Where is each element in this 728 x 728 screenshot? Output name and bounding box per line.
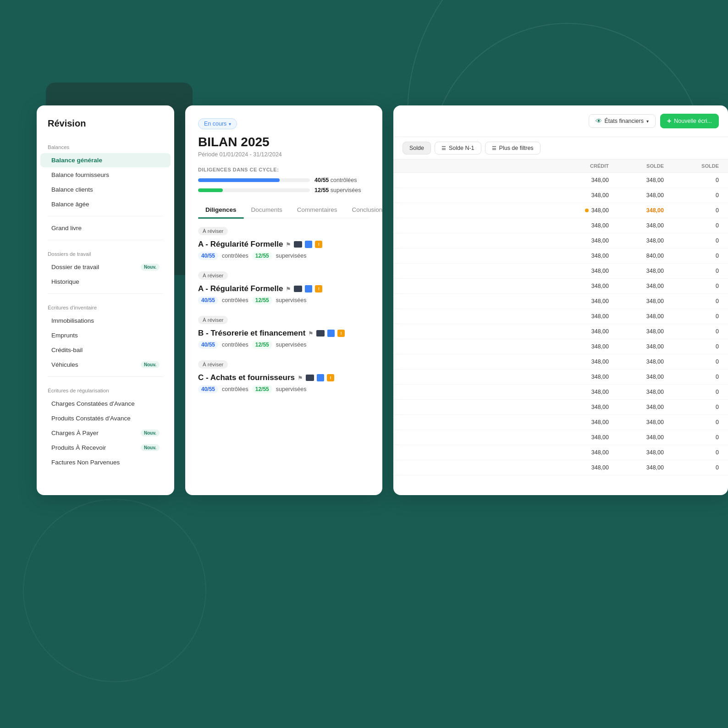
tab-commentaires[interactable]: Commentaires — [290, 202, 345, 218]
right-panel-header: 👁 États financiers ▾ + Nouvelle écri... — [393, 105, 728, 137]
progress-bar-supervised-fill — [198, 188, 223, 192]
progress-supervised-text: 12/55 supervisées — [314, 187, 370, 193]
diligence-item-1: À réviser A - Régularité Formelle ⚑ ! 40… — [198, 226, 370, 260]
progress-supervised-count: 12/55 — [314, 187, 329, 193]
sidebar-item-historique[interactable]: Historique — [40, 275, 171, 289]
tab-conclusions[interactable]: Conclusions — [345, 202, 382, 218]
count-green-2: 12/55 — [252, 296, 272, 304]
col-header-solde2: SOLDE — [664, 163, 719, 169]
diligence-title-row-4: C - Achats et fournisseurs ⚑ ! — [198, 373, 370, 382]
diligence-title-row-3: B - Trésorerie et financement ⚑ ! — [198, 329, 370, 338]
diligence-title-4: C - Achats et fournisseurs — [198, 373, 295, 382]
plus-filtres-label: Plus de filtres — [499, 145, 534, 151]
table-row: 348,00 348,00 0 — [393, 233, 728, 248]
bilan-period: Période 01/01/2024 - 31/12/2024 — [198, 151, 370, 158]
sidebar-item-immobilisations[interactable]: Immobilisations — [40, 314, 171, 328]
box-icon-2[interactable] — [294, 286, 302, 292]
plus-icon: + — [667, 117, 671, 125]
sidebar-item-charges-a-payer[interactable]: Charges À Payer Nouv. — [40, 426, 171, 440]
solde-filter-button[interactable]: Solde — [403, 142, 431, 154]
sidebar-divider-2 — [48, 240, 163, 240]
etats-financiers-button[interactable]: 👁 États financiers ▾ — [589, 114, 656, 128]
count-blue-2: 40/55 — [198, 296, 218, 304]
sidebar-item-balance-agee[interactable]: Balance âgée — [40, 197, 171, 211]
status-label: En cours — [204, 121, 226, 127]
sidebar-section-dossiers: Dossiers de travail — [37, 245, 174, 259]
sidebar-item-grand-livre[interactable]: Grand livre — [40, 221, 171, 235]
table-row: 348,00 348,00 0 — [393, 445, 728, 460]
bilan-title: BILAN 2025 — [198, 135, 370, 149]
filter-icon-n1: ☰ — [441, 145, 446, 151]
table-row: 348,00 348,00 0 — [393, 218, 728, 233]
pin-icon-3[interactable] — [327, 330, 335, 337]
diligence-item-2: À réviser A - Régularité Formelle ⚑ ! 40… — [198, 271, 370, 304]
sidebar-item-vehicules[interactable]: Véhicules Nouv. — [40, 358, 171, 372]
progress-row-controlled: 40/55 contrôlées — [198, 177, 370, 183]
diligence-item-4: À réviser C - Achats et fournisseurs ⚑ !… — [198, 360, 370, 393]
etats-financiers-label: États financiers — [605, 118, 644, 124]
badge-new-produits-recevoir: Nouv. — [141, 444, 160, 451]
count-green-4: 12/55 — [252, 385, 272, 393]
diligences-label: DILIGENCES DANS CE CYCLE: — [198, 167, 370, 172]
diligence-title-row-2: A - Régularité Formelle ⚑ ! — [198, 284, 370, 293]
flag-icon-2[interactable]: ⚑ — [286, 286, 291, 292]
sidebar-item-emprunts[interactable]: Emprunts — [40, 328, 171, 342]
sidebar-item-charges-constatees[interactable]: Charges Constatées d'Avance — [40, 397, 171, 411]
box-icon-3[interactable] — [316, 330, 325, 336]
badge-new-vehicules: Nouv. — [141, 361, 160, 368]
filter-row: Solde ☰ Solde N-1 ☰ Plus de filtres — [393, 137, 728, 160]
sidebar-item-factures-non-parvenues[interactable]: Factures Non Parvenues — [40, 455, 171, 469]
diligence-counts-4: 40/55 contrôlées 12/55 supervisées — [198, 385, 370, 393]
table-row: 348,00 348,00 0 — [393, 415, 728, 430]
section-tag-2: À réviser — [198, 271, 228, 280]
status-badge[interactable]: En cours ▾ — [198, 118, 237, 129]
diligence-title-row-1: A - Régularité Formelle ⚑ ! — [198, 240, 370, 249]
eye-icon: 👁 — [596, 117, 602, 125]
right-data-panel: 👁 États financiers ▾ + Nouvelle écri... … — [393, 105, 728, 495]
box-icon-1[interactable] — [294, 241, 302, 248]
sidebar-item-produits-constates[interactable]: Produits Constatés d'Avance — [40, 411, 171, 425]
sidebar-item-balance-clients[interactable]: Balance clients — [40, 182, 171, 197]
chevron-down-icon-etats: ▾ — [646, 119, 649, 124]
table-row: 348,00 348,00 0 — [393, 203, 728, 218]
count-blue-3: 40/55 — [198, 341, 218, 349]
sidebar-item-dossier-travail[interactable]: Dossier de travail Nouv. — [40, 260, 171, 274]
chevron-down-icon: ▾ — [229, 121, 231, 127]
tab-documents[interactable]: Documents — [244, 202, 290, 218]
sidebar-section-ecritures-inventaire: Écritures d'inventaire — [37, 298, 174, 313]
sidebar-item-balance-fournisseurs[interactable]: Balance fournisseurs — [40, 168, 171, 182]
sidebar-section-ecritures-regularisation: Écritures de régularisation — [37, 381, 174, 396]
sidebar-item-produits-a-recevoir[interactable]: Produits À Recevoir Nouv. — [40, 441, 171, 455]
flag-icon-3[interactable]: ⚑ — [308, 330, 314, 337]
table-row: 348,00 840,00 0 — [393, 248, 728, 264]
pin-icon-1[interactable] — [305, 241, 312, 248]
count-green-3: 12/55 — [252, 341, 272, 349]
plus-filtres-button[interactable]: ☰ Plus de filtres — [485, 142, 540, 154]
pin-icon-4[interactable] — [317, 374, 324, 381]
flag-icon-4[interactable]: ⚑ — [298, 375, 303, 381]
table-row: 348,00 348,00 0 — [393, 294, 728, 309]
table-row: 348,00 348,00 0 — [393, 460, 728, 475]
solde-n1-filter-button[interactable]: ☰ Solde N-1 — [435, 142, 481, 154]
tabs-row: Diligences Documents Commentaires Conclu… — [198, 202, 370, 218]
table-row: 348,00 348,00 0 — [393, 339, 728, 354]
badge-new-charges-payer: Nouv. — [141, 430, 160, 436]
tab-diligences[interactable]: Diligences — [198, 202, 244, 218]
sidebar-item-balance-generale[interactable]: Balance générale — [40, 153, 171, 167]
warn-icon-4: ! — [327, 374, 334, 381]
table-row: 348,00 348,00 0 — [393, 279, 728, 294]
sidebar-item-credits-bail[interactable]: Crédits-bail — [40, 343, 171, 357]
diligence-counts-1: 40/55 contrôlées 12/55 supervisées — [198, 252, 370, 260]
box-icon-4[interactable] — [306, 375, 314, 381]
nouvelle-ecriture-button[interactable]: + Nouvelle écri... — [660, 114, 719, 128]
diligence-title-1: A - Régularité Formelle — [198, 240, 283, 249]
table-row: 348,00 348,00 0 — [393, 264, 728, 279]
diligences-list: À réviser A - Régularité Formelle ⚑ ! 40… — [185, 218, 382, 413]
table-row: 348,00 348,00 0 — [393, 173, 728, 188]
count-green-1: 12/55 — [252, 252, 272, 260]
flag-icon-1[interactable]: ⚑ — [286, 241, 291, 248]
solde-filter-label: Solde — [409, 145, 424, 151]
diligence-title-3: B - Trésorerie et financement — [198, 329, 305, 338]
pin-icon-2[interactable] — [305, 285, 312, 292]
sidebar-panel: Révision Balances Balance générale Balan… — [37, 105, 174, 495]
